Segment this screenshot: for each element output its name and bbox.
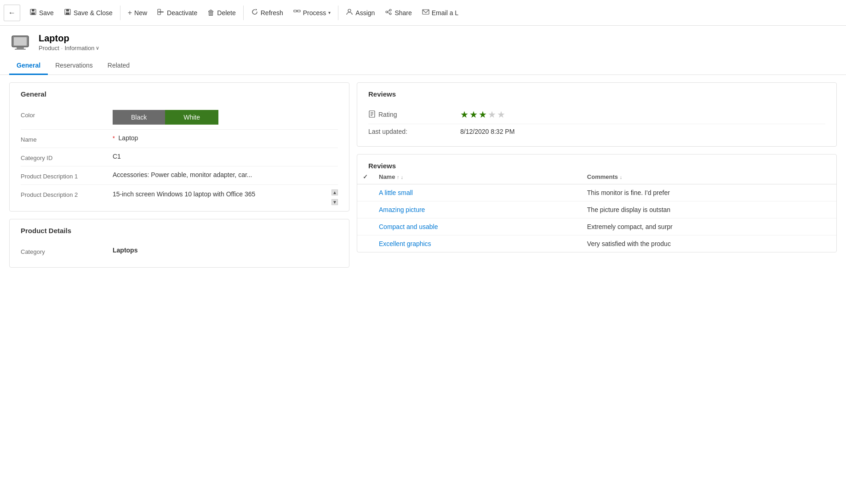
toolbar-separator-2 (243, 6, 244, 20)
rating-row: Rating ★ ★ ★ ★ ★ (368, 105, 825, 124)
product-desc1-form-row: Product Description 1 Accessories: Power… (21, 166, 338, 185)
product-details-category-label: Category (21, 246, 113, 255)
review-name-2[interactable]: Amazing picture (373, 201, 582, 218)
review-name-3[interactable]: Compact and usable (373, 218, 582, 235)
page-title: Laptop (39, 33, 99, 44)
svg-rect-21 (15, 49, 26, 50)
last-updated-label: Last updated: (368, 128, 460, 135)
review-comment-1: This monitor is fine. I'd prefer (582, 184, 836, 201)
svg-point-14 (389, 13, 391, 15)
th-name[interactable]: Name ↑ ↓ (373, 170, 582, 184)
row-check-4[interactable] (357, 235, 373, 252)
breadcrumb: Product · Information ∨ (39, 45, 99, 52)
review-comment-3: Extremely compact, and surpr (582, 218, 836, 235)
assign-icon (346, 8, 353, 17)
svg-rect-9 (297, 10, 300, 12)
assign-button[interactable]: Assign (341, 6, 379, 20)
review-comment-4: Very satisfied with the produc (582, 235, 836, 252)
reviews-table: ✓ Name ↑ ↓ Comments ↓ (357, 170, 836, 252)
process-dropdown-icon: ▾ (328, 10, 331, 15)
page-title-block: Laptop Product · Information ∨ (39, 33, 99, 52)
tab-general[interactable]: General (9, 57, 48, 75)
save-button[interactable]: Save (25, 6, 58, 20)
star-4: ★ (488, 109, 496, 120)
star-1: ★ (460, 109, 469, 120)
th-checkbox: ✓ (357, 170, 373, 184)
process-icon (293, 8, 301, 17)
row-check-3[interactable] (357, 218, 373, 235)
toolbar-separator-1 (120, 6, 120, 20)
rating-label: Rating (368, 110, 460, 119)
star-2: ★ (469, 109, 478, 120)
reviews-table-header: ✓ Name ↑ ↓ Comments ↓ (357, 170, 836, 184)
delete-icon: 🗑 (207, 9, 215, 17)
review-name-1[interactable]: A little small (373, 184, 582, 201)
reviews-list-card: Reviews ✓ Name ↑ ↓ Comments ↓ (357, 154, 837, 252)
required-star: * (113, 135, 115, 142)
deactivate-button[interactable]: Deactivate (153, 6, 202, 20)
row-check-1[interactable] (357, 184, 373, 201)
svg-rect-6 (158, 11, 164, 12)
last-updated-row: Last updated: 8/12/2020 8:32 PM (368, 124, 825, 139)
star-5: ★ (497, 109, 505, 120)
svg-rect-1 (32, 9, 34, 11)
color-white-button[interactable]: White (165, 110, 218, 125)
share-button[interactable]: Share (380, 6, 416, 20)
svg-rect-2 (31, 12, 35, 15)
product-desc2-form-row: Product Description 2 15-inch screen Win… (21, 185, 338, 204)
review-name-4[interactable]: Excellent graphics (373, 235, 582, 252)
refresh-icon (251, 8, 258, 17)
reviews-list-title: Reviews (357, 155, 836, 170)
new-button[interactable]: + New (123, 6, 152, 20)
tab-reservations[interactable]: Reservations (48, 57, 100, 75)
save-close-icon (64, 8, 71, 17)
share-icon (385, 8, 392, 17)
rating-stars: ★ ★ ★ ★ ★ (460, 109, 825, 120)
breadcrumb-separator: · (61, 45, 63, 52)
product-details-category-value: Laptops (113, 246, 338, 254)
color-buttons: Black White (113, 110, 338, 125)
color-value: Black White (113, 110, 338, 125)
general-card: General Color Black White Name * L (9, 82, 349, 212)
toolbar-separator-3 (338, 6, 338, 20)
product-details-card: Product Details Category Laptops (9, 219, 349, 268)
scroll-up-arrow[interactable]: ▲ (332, 189, 338, 195)
breadcrumb-product[interactable]: Product (39, 45, 59, 52)
delete-button[interactable]: 🗑 Delete (203, 6, 240, 20)
name-value: * Laptop (113, 134, 338, 142)
th-comments[interactable]: Comments ↓ (582, 170, 836, 184)
name-sort-icons[interactable]: ↑ ↓ (397, 174, 403, 180)
svg-line-16 (388, 12, 389, 13)
tab-related[interactable]: Related (100, 57, 137, 75)
table-row: Amazing picture The picture display is o… (357, 201, 836, 218)
scroll-bar[interactable]: ▲ ▼ (332, 189, 338, 199)
color-label: Color (21, 110, 113, 119)
svg-point-12 (389, 9, 391, 11)
page-header: Laptop Product · Information ∨ (0, 26, 846, 57)
chevron-down-icon: ∨ (96, 45, 99, 51)
desc2-container: 15-inch screen Windows 10 laptop with Of… (113, 189, 338, 199)
reviews-table-body: A little small This monitor is fine. I'd… (357, 184, 836, 252)
refresh-button[interactable]: Refresh (246, 6, 288, 20)
svg-point-13 (386, 11, 388, 13)
row-check-2[interactable] (357, 201, 373, 218)
process-button[interactable]: Process ▾ (289, 6, 336, 20)
breadcrumb-information[interactable]: Information ∨ (64, 45, 99, 52)
svg-rect-5 (66, 12, 69, 15)
last-updated-value: 8/12/2020 8:32 PM (460, 128, 825, 135)
svg-rect-20 (17, 47, 24, 49)
svg-rect-19 (14, 37, 27, 46)
category-form-row: Category Laptops (21, 242, 338, 260)
color-black-button[interactable]: Black (113, 110, 165, 125)
save-close-button[interactable]: Save & Close (59, 6, 117, 20)
table-row: A little small This monitor is fine. I'd… (357, 184, 836, 201)
toolbar: ← Save Save & Close + New Deactivate 🗑 D… (0, 0, 846, 26)
back-button[interactable]: ← (4, 5, 20, 21)
review-comment-2: The picture display is outstan (582, 201, 836, 218)
comments-sort-icons[interactable]: ↓ (620, 174, 623, 180)
svg-rect-8 (294, 10, 297, 12)
svg-point-11 (348, 9, 351, 12)
email-button[interactable]: Email a L (417, 6, 463, 20)
scroll-down-arrow[interactable]: ▼ (332, 199, 338, 205)
star-rating: ★ ★ ★ ★ ★ (460, 109, 825, 120)
